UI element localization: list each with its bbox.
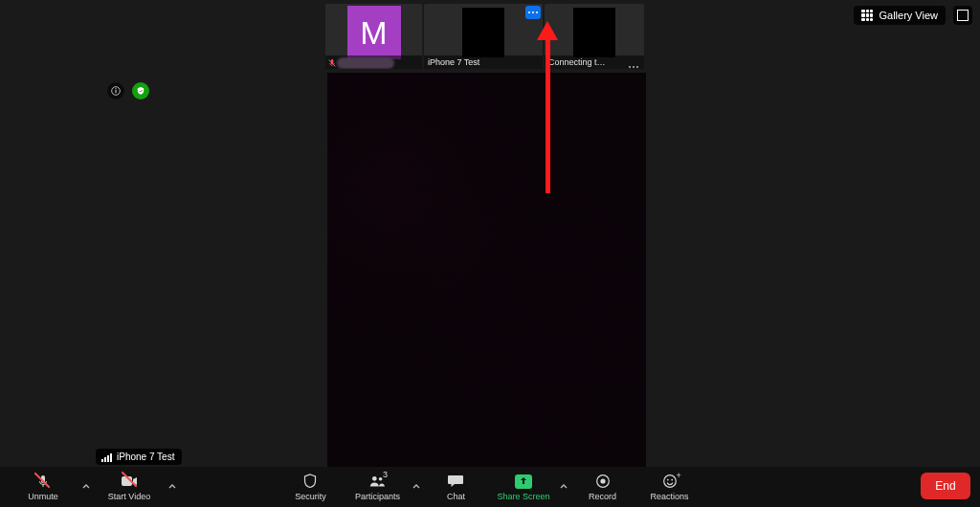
video-off-icon xyxy=(121,473,138,490)
shield-check-icon xyxy=(136,86,145,96)
share-icon xyxy=(515,474,532,489)
participant-tile[interactable]: Connecting t… xyxy=(545,4,644,69)
meeting-toolbar: Unmute Start Video Security xyxy=(0,467,980,507)
chat-button[interactable]: Chat xyxy=(422,467,489,507)
meeting-info-button[interactable] xyxy=(107,82,124,99)
participants-button[interactable]: 3 Participants xyxy=(344,467,411,507)
info-icon xyxy=(111,86,121,96)
chevron-up-icon xyxy=(560,483,568,491)
chat-label: Chat xyxy=(447,492,465,501)
grid-icon xyxy=(861,10,873,21)
participants-count: 3 xyxy=(383,470,388,479)
mic-muted-icon xyxy=(327,58,337,68)
active-speaker-view xyxy=(327,73,646,473)
participants-caret[interactable] xyxy=(411,467,422,507)
camera-feed xyxy=(573,8,615,57)
camera-feed xyxy=(462,8,504,57)
svg-point-6 xyxy=(372,476,377,481)
record-button[interactable]: Record xyxy=(569,467,636,507)
reactions-button[interactable]: + Reactions xyxy=(636,467,703,507)
audio-options-caret[interactable] xyxy=(80,467,92,507)
unmute-button[interactable]: Unmute xyxy=(10,467,77,507)
participant-tile[interactable]: iPhone 7 Test xyxy=(424,4,543,69)
start-video-button[interactable]: Start Video xyxy=(96,467,163,507)
svg-rect-2 xyxy=(115,88,116,89)
encryption-shield-button[interactable] xyxy=(132,82,149,99)
participant-name: Connecting t… xyxy=(548,57,606,67)
gallery-view-label: Gallery View xyxy=(879,10,938,21)
start-video-label: Start Video xyxy=(108,492,150,501)
record-icon xyxy=(594,473,612,490)
chevron-up-icon xyxy=(412,483,420,491)
participant-tile[interactable]: M xyxy=(325,4,422,69)
share-options-caret[interactable] xyxy=(558,467,569,507)
fullscreen-button[interactable] xyxy=(953,6,972,25)
share-screen-button[interactable]: Share Screen xyxy=(489,467,557,507)
more-icon xyxy=(528,11,538,13)
participant-name-redacted xyxy=(337,57,394,69)
avatar-letter: M xyxy=(347,6,401,59)
end-meeting-button[interactable]: End xyxy=(921,473,970,499)
svg-point-12 xyxy=(671,479,673,481)
plus-badge: + xyxy=(677,471,681,480)
share-screen-label: Share Screen xyxy=(497,492,549,501)
signal-bars-icon xyxy=(101,452,112,462)
end-label: End xyxy=(935,479,955,493)
record-label: Record xyxy=(589,492,616,501)
participant-name: iPhone 7 Test xyxy=(428,57,479,67)
svg-rect-1 xyxy=(115,90,116,93)
connecting-indicator-icon xyxy=(629,66,638,68)
participant-more-button[interactable] xyxy=(525,6,541,19)
chevron-up-icon xyxy=(82,483,90,491)
fullscreen-icon xyxy=(957,10,969,21)
audio-device-tooltip: iPhone 7 Test xyxy=(96,449,182,465)
participants-strip: M iPhone 7 Test Connecting t… xyxy=(325,4,644,69)
svg-point-11 xyxy=(666,479,668,481)
audio-device-label: iPhone 7 Test xyxy=(117,452,174,462)
reactions-label: Reactions xyxy=(651,492,689,501)
chevron-up-icon xyxy=(168,483,176,491)
shield-icon xyxy=(301,473,319,490)
svg-point-9 xyxy=(600,478,605,483)
security-button[interactable]: Security xyxy=(277,467,344,507)
security-label: Security xyxy=(295,492,326,501)
gallery-view-button[interactable]: Gallery View xyxy=(854,6,946,25)
mic-muted-icon xyxy=(34,473,52,490)
unmute-label: Unmute xyxy=(28,492,58,501)
svg-point-10 xyxy=(663,475,676,488)
video-options-caret[interactable] xyxy=(167,467,178,507)
participants-label: Participants xyxy=(355,492,400,501)
chat-icon xyxy=(447,473,464,490)
